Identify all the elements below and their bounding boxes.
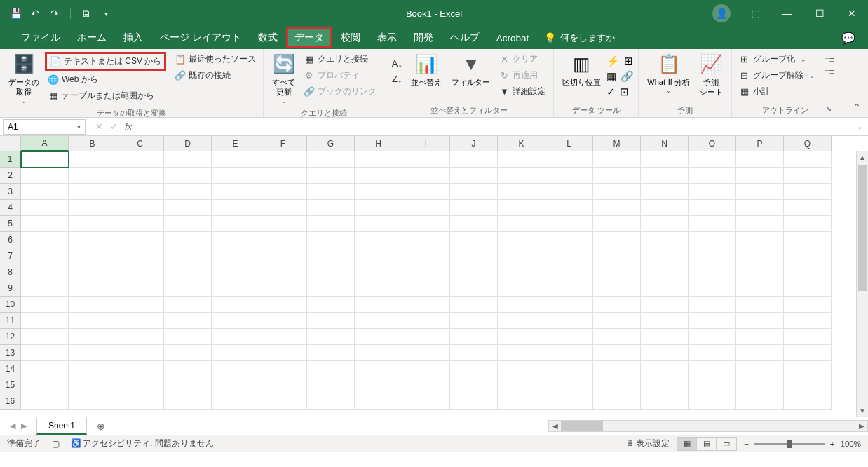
cell[interactable] [784, 151, 832, 168]
cell[interactable] [69, 216, 116, 232]
cell[interactable] [212, 200, 259, 216]
cell[interactable] [212, 168, 259, 184]
cell[interactable] [21, 297, 69, 313]
cell[interactable] [498, 377, 545, 393]
cell[interactable] [450, 297, 498, 313]
minimize-icon[interactable]: — [771, 0, 803, 27]
tell-me[interactable]: 💡 何をしますか [544, 32, 615, 44]
cell[interactable] [545, 297, 593, 313]
zoom-in-button[interactable]: + [830, 440, 835, 448]
cell[interactable] [402, 280, 450, 297]
tab-view[interactable]: 表示 [369, 27, 405, 48]
cell[interactable] [736, 393, 784, 410]
cell[interactable] [116, 393, 164, 410]
cell[interactable] [689, 232, 736, 248]
cell[interactable] [593, 232, 641, 248]
cell[interactable] [784, 393, 832, 410]
cell[interactable] [21, 361, 69, 377]
cell[interactable] [355, 329, 402, 345]
cell[interactable] [116, 361, 164, 377]
cell[interactable] [259, 361, 307, 377]
name-box[interactable]: A1 ▾ [3, 119, 86, 135]
cell[interactable] [164, 151, 212, 168]
cell[interactable] [116, 168, 164, 184]
cell[interactable] [450, 345, 498, 361]
cell[interactable] [689, 345, 736, 361]
cell[interactable] [355, 151, 402, 168]
cell[interactable] [545, 248, 593, 264]
cell[interactable] [736, 151, 784, 168]
cell[interactable] [164, 280, 212, 297]
cell[interactable] [450, 264, 498, 280]
cell[interactable] [736, 248, 784, 264]
cell[interactable] [212, 216, 259, 232]
cell[interactable] [641, 345, 689, 361]
cell[interactable] [355, 184, 402, 200]
cell[interactable] [212, 280, 259, 297]
tab-insert[interactable]: 挿入 [115, 27, 151, 48]
cell[interactable] [259, 216, 307, 232]
cell[interactable] [259, 151, 307, 168]
cell[interactable] [116, 232, 164, 248]
cell[interactable] [164, 329, 212, 345]
cell[interactable] [498, 345, 545, 361]
cell[interactable] [259, 297, 307, 313]
cell[interactable] [593, 345, 641, 361]
cell[interactable] [402, 216, 450, 232]
qat-dropdown-icon[interactable]: ▾ [100, 8, 111, 19]
cell[interactable] [545, 345, 593, 361]
cell[interactable] [784, 232, 832, 248]
zoom-level[interactable]: 100% [841, 440, 861, 448]
cell[interactable] [498, 184, 545, 200]
cell[interactable] [21, 345, 69, 361]
tab-data[interactable]: データ [286, 27, 332, 48]
cell[interactable] [164, 184, 212, 200]
column-header[interactable]: K [498, 136, 545, 151]
cell[interactable] [69, 232, 116, 248]
save-icon[interactable]: 💾 [10, 8, 21, 19]
cell[interactable] [784, 313, 832, 329]
cell[interactable] [402, 248, 450, 264]
cell[interactable] [164, 393, 212, 410]
cell[interactable] [450, 361, 498, 377]
cell[interactable] [545, 200, 593, 216]
hide-detail-icon[interactable]: ⁻≡ [825, 67, 835, 77]
cell[interactable] [116, 280, 164, 297]
dialog-launcher-icon[interactable]: ⬊ [825, 105, 833, 114]
cell[interactable] [689, 329, 736, 345]
ribbon-display-icon[interactable]: ▢ [739, 0, 771, 27]
cell[interactable] [498, 248, 545, 264]
tab-help[interactable]: ヘルプ [442, 27, 488, 48]
row-header[interactable]: 2 [0, 168, 21, 184]
cell[interactable] [593, 200, 641, 216]
tab-file[interactable]: ファイル [13, 27, 69, 48]
cell[interactable] [593, 280, 641, 297]
cell[interactable] [21, 168, 69, 184]
user-avatar[interactable]: 👤 [712, 4, 731, 22]
cell[interactable] [498, 329, 545, 345]
cell[interactable] [307, 248, 355, 264]
cell[interactable] [593, 184, 641, 200]
row-header[interactable]: 11 [0, 313, 21, 329]
cell[interactable] [402, 184, 450, 200]
cell[interactable] [736, 184, 784, 200]
from-table-button[interactable]: ▦ テーブルまたは範囲から [45, 88, 166, 103]
cell[interactable] [307, 393, 355, 410]
sheet-nav-prev-icon[interactable]: ◀ [10, 421, 15, 431]
cell[interactable] [21, 232, 69, 248]
cell[interactable] [736, 264, 784, 280]
cell[interactable] [736, 361, 784, 377]
cell[interactable] [545, 361, 593, 377]
column-header[interactable]: P [736, 136, 784, 151]
scroll-up-icon[interactable]: ▲ [857, 151, 868, 163]
cell[interactable] [21, 377, 69, 393]
cell[interactable] [689, 264, 736, 280]
cell[interactable] [450, 151, 498, 168]
tab-page-layout[interactable]: ページ レイアウト [151, 27, 250, 48]
subtotal-button[interactable]: ▦ 小計 [736, 84, 818, 99]
cell[interactable] [212, 361, 259, 377]
cell[interactable] [164, 297, 212, 313]
cell[interactable] [689, 184, 736, 200]
show-detail-icon[interactable]: ⁺≡ [825, 55, 835, 65]
cell[interactable] [307, 264, 355, 280]
